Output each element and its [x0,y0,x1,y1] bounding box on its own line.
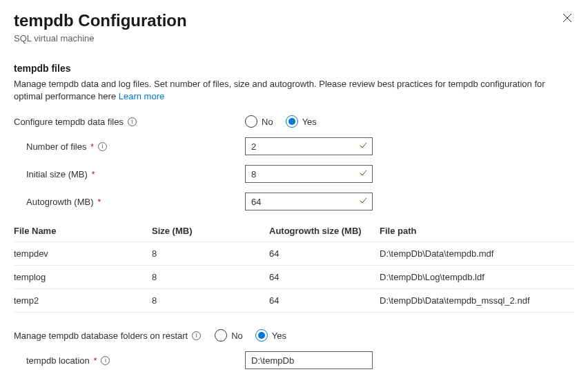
manage-folders-radio-group[interactable]: No Yes [215,329,286,342]
table-cell: templog [14,266,152,289]
configure-radio-yes[interactable]: Yes [286,115,317,128]
th-autogrowth: Autogrowth size (MB) [269,220,380,242]
table-cell: 64 [269,242,380,266]
table-cell: tempdev [14,242,152,266]
table-cell: 8 [152,289,269,313]
table-cell: temp2 [14,289,152,313]
page-title: tempdb Configuration [14,11,187,30]
table-cell: 8 [152,242,269,266]
files-table: File Name Size (MB) Autogrowth size (MB)… [14,220,574,313]
th-filepath: File path [380,220,574,242]
table-row: tempdev864D:\tempDb\Data\tempdb.mdf [14,242,574,266]
radio-icon [215,329,227,342]
init-size-label: Initial size (MB) [26,169,88,179]
close-button[interactable] [560,11,574,25]
table-cell: D:\tempDb\Data\tempdb_mssql_2.ndf [380,289,574,313]
section-title: tempdb files [14,63,574,74]
location-label: tempdb location [26,355,90,366]
autogrowth-input[interactable] [245,193,373,210]
info-icon[interactable]: i [101,356,110,365]
radio-icon [255,329,268,342]
table-cell: D:\tempDb\Log\tempdb.ldf [380,266,574,289]
table-cell: D:\tempDb\Data\tempdb.mdf [380,242,574,266]
table-cell: 8 [152,266,269,289]
info-icon[interactable]: i [192,331,201,340]
learn-more-link[interactable]: Learn more [119,91,164,101]
configure-radio-no[interactable]: No [245,115,273,128]
close-icon [562,13,572,23]
number-label: Number of files [26,141,86,152]
page-subtitle: SQL virtual machine [14,33,574,43]
th-size: Size (MB) [152,220,269,242]
configure-radio-group[interactable]: No Yes [245,115,317,128]
table-row: templog864D:\tempDb\Log\tempdb.ldf [14,266,574,289]
table-cell: 64 [269,289,380,313]
initial-size-input[interactable] [245,165,373,183]
th-filename: File Name [14,220,152,242]
manage-folders-label: Manage tempdb database folders on restar… [14,331,188,341]
section-description: Manage tempdb data and log files. Set nu… [14,78,574,103]
radio-icon [245,115,257,128]
autogrowth-label: Autogrowth (MB) [26,197,94,207]
info-icon[interactable]: i [128,117,137,126]
info-icon[interactable]: i [98,142,107,151]
radio-icon [286,115,298,128]
number-of-files-input[interactable] [245,137,373,155]
manage-folders-radio-yes[interactable]: Yes [255,329,286,342]
table-row: temp2864D:\tempDb\Data\tempdb_mssql_2.nd… [14,289,574,313]
tempdb-location-input[interactable] [245,351,373,369]
table-cell: 64 [269,266,380,289]
configure-label: Configure tempdb data files [14,117,124,127]
manage-folders-radio-no[interactable]: No [215,329,243,342]
